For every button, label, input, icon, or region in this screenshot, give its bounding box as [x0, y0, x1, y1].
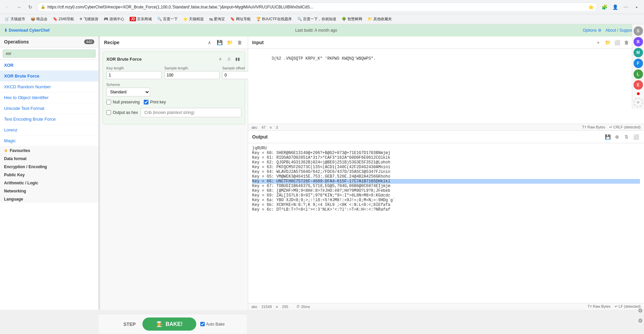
print-key-checkbox[interactable] — [144, 100, 148, 104]
avatar-f[interactable]: F — [634, 59, 643, 68]
sidebar-section-data-format[interactable]: Data format — [0, 154, 98, 162]
output-as-hex-label[interactable]: Output as hex — [106, 110, 138, 115]
avatar-s[interactable]: S — [634, 26, 643, 36]
sample-length-input[interactable] — [164, 71, 219, 79]
sidebar-section-encryption[interactable]: Encryption / Encoding — [0, 162, 98, 171]
output-swap-button[interactable]: ⇅ — [622, 133, 631, 141]
bookmark-tmall[interactable]: ⭐ 天猫精选 — [181, 16, 206, 23]
sidebar-header: Operations 440 — [0, 36, 98, 48]
crib-input[interactable] — [141, 108, 241, 117]
sidebar-section-favourites[interactable]: ★ Favourites — [0, 146, 98, 154]
input-expand-button[interactable]: ⬜ — [613, 38, 621, 47]
options-icon: ⚙ — [598, 28, 602, 33]
input-header: Input + 📁 ⬜ 🗑 ⊞ — [248, 36, 644, 49]
output-title: Output — [252, 134, 268, 140]
output-lf-label: ↵ LF (detected) — [615, 304, 641, 309]
raw-bytes-label: Tᴛ Raw Bytes — [582, 125, 605, 129]
sidebar-item-magic[interactable]: Magic — [0, 135, 98, 146]
print-key-label[interactable]: Print key — [144, 100, 166, 104]
sidebar-item-xor[interactable]: XOR — [0, 60, 98, 71]
xor-more-button[interactable]: ▮▮ — [234, 55, 241, 63]
sidebar-item-lorenz[interactable]: Lorenz — [0, 125, 98, 135]
back-button[interactable]: ← — [3, 2, 12, 12]
bookmark-tianmao[interactable]: 🛒 天猫超市 — [3, 16, 27, 23]
download-link[interactable]: ⬇ Download CyberChef — [4, 28, 49, 33]
baidu2-icon: 🔍 — [297, 17, 302, 21]
recipe-up-button[interactable]: ∧ — [205, 38, 213, 47]
input-delete-button[interactable]: 🗑 — [622, 38, 631, 47]
output-abc: abc — [251, 305, 258, 309]
forward-button[interactable]: → — [14, 2, 24, 12]
sidebar-item-text-encoding[interactable]: Text Encoding Brute Force — [0, 114, 98, 125]
options-link[interactable]: Options ⚙ — [583, 28, 601, 33]
bookmark-games[interactable]: 🎮 游戏中心 — [102, 16, 126, 23]
address-bar[interactable]: 🔒 https://ctf.mzy0.com/CyberChef3/#recip… — [37, 2, 598, 12]
bookmark-others[interactable]: 📁 其他收藏夹 — [366, 16, 394, 23]
bookmark-wangzhi[interactable]: 🔖 网址导航 — [228, 16, 253, 23]
add-account-button[interactable]: + — [634, 98, 643, 107]
input-area[interactable]: 3(%2 .V%QSQTP KRPV_K" 'RKPWS KWQ%Q'W$QWP… — [248, 49, 644, 124]
settings-icon-1[interactable]: ⚙ — [638, 307, 643, 310]
avatar-m[interactable]: M — [634, 48, 643, 57]
output-expand-button[interactable]: ⬜ — [632, 133, 640, 141]
avatar-l[interactable]: L — [634, 69, 643, 79]
bookmark-vip[interactable]: 📦 唯品会 — [29, 16, 49, 23]
bookmark-jd[interactable]: JD 京东商城 — [128, 16, 154, 23]
bookmark-buuctf[interactable]: 🏆 BUUCTF在线题库 — [254, 16, 294, 23]
bookmark-baidu[interactable]: 🔍 百度一下 — [155, 16, 180, 23]
baidu-icon: 🔍 — [157, 17, 162, 21]
recipe-title: Recipe — [104, 40, 120, 45]
recipe-pane: Recipe ∧ 💾 📁 🗑 XOR Brute Force ∧ ⚠ ▮▮ — [100, 36, 248, 310]
xor-fields-row: Key length Sample length Sample offset — [106, 66, 241, 79]
bookmark-baidu2[interactable]: 🔍 百度一下，你就知道 — [295, 16, 338, 23]
more-button[interactable]: ⋯ — [621, 2, 631, 12]
sample-length-label: Sample length — [164, 66, 219, 70]
output-as-hex-checkbox[interactable] — [106, 110, 111, 115]
scheme-select[interactable]: Standard Differential XOR chain — [106, 88, 150, 96]
recipe-folder-button[interactable]: 📁 — [226, 38, 234, 47]
avatar-b[interactable]: B — [634, 37, 643, 47]
buuctf-icon: 🏆 — [256, 17, 261, 21]
recipe-save-button[interactable]: 💾 — [215, 38, 224, 47]
avatar-e[interactable]: E — [634, 80, 643, 90]
null-preserving-label[interactable]: Null preserving — [106, 100, 140, 104]
sidebar-item-xor-brute-force[interactable]: XOR Brute Force — [0, 71, 98, 82]
sidebar-section-networking[interactable]: Networking — [0, 187, 98, 195]
output-area[interactable]: }qRURUKey = 60: SHER@N6E13140@+206?+B@G2… — [248, 143, 644, 303]
bookmark-zhihui[interactable]: 🌳 智慧树网 — [340, 16, 364, 23]
bookmarks-bar: 🛒 天猫超市 📦 唯品会 🔖 2345导航 ✈ 飞猪旅游 🎮 游戏中心 JD 京… — [0, 14, 644, 24]
xor-disable-button[interactable]: ⚠ — [225, 55, 233, 63]
input-folder-button[interactable]: 📁 — [604, 38, 612, 47]
sidebar-item-hex-to-oid[interactable]: Hex to Object Identifier — [0, 92, 98, 103]
output-save-button[interactable]: 💾 — [604, 133, 612, 141]
sidebar-section-public-key[interactable]: Public Key — [0, 171, 98, 179]
null-preserving-checkbox[interactable] — [106, 100, 111, 104]
zhihui-icon: 🌳 — [342, 17, 346, 21]
output-section: Output 💾 ⊕ ⇅ ⬜ }qRURUKey = 60: SHER@N6E1… — [248, 131, 644, 310]
bookmark-feizhu[interactable]: ✈ 飞猪旅游 — [77, 16, 100, 23]
output-hex-row: Output as hex — [106, 108, 241, 117]
key-length-input[interactable] — [106, 71, 162, 79]
input-add-button[interactable]: + — [594, 38, 602, 47]
sidebar-item-unicode[interactable]: Unicode Text Format — [0, 103, 98, 114]
sidebar-section-language[interactable]: Language — [0, 195, 98, 203]
extensions-button[interactable]: 🧩 — [600, 2, 609, 12]
input-statusbar: abc 47 ≡ 3 Tᴛ Raw Bytes ↵ CRLF (detected… — [248, 124, 644, 130]
bookmark-taobao[interactable]: 🛍 爱淘宝 — [207, 16, 227, 23]
refresh-button[interactable]: ↻ — [26, 2, 35, 12]
exit-button[interactable]: ▪ — [632, 2, 641, 12]
search-input[interactable] — [3, 50, 96, 58]
sidebar-items: XOR XOR Brute Force XKCD Random Number H… — [0, 60, 98, 310]
sidebar-search[interactable] — [0, 48, 98, 60]
bookmark-2345[interactable]: 🔖 2345导航 — [51, 16, 76, 23]
output-raw-bytes: Tᴛ Raw Bytes — [587, 304, 610, 309]
sidebar-item-xkcd[interactable]: XKCD Random Number — [0, 82, 98, 92]
recipe-delete-button[interactable]: 🗑 — [236, 38, 244, 47]
browser-bar: ← → ↻ 🔒 https://ctf.mzy0.com/CyberChef3/… — [0, 0, 644, 14]
nav2345-icon: 🔖 — [53, 17, 58, 21]
taobao-icon: 🛍 — [209, 17, 213, 21]
profile-button[interactable]: 👤 — [610, 2, 620, 12]
sidebar-section-arithmetic[interactable]: Arithmetic / Logic — [0, 179, 98, 187]
output-copy-button[interactable]: ⊕ — [613, 133, 621, 141]
xor-collapse-button[interactable]: ∧ — [216, 55, 224, 63]
